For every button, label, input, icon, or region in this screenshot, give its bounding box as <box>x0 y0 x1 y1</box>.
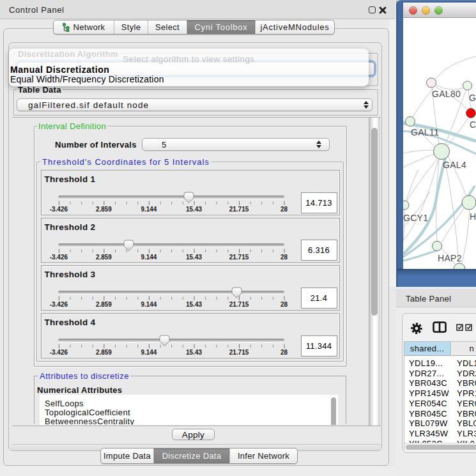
svg-text:GAL80: GAL80 <box>432 89 461 99</box>
svg-text:HAP2: HAP2 <box>438 253 462 263</box>
svg-text:GCY1: GCY1 <box>403 213 428 223</box>
svg-text:GAL11: GAL11 <box>411 127 439 137</box>
svg-text:GA: GA <box>469 93 476 103</box>
svg-text:GAL4: GAL4 <box>443 160 466 170</box>
svg-text:C: C <box>470 119 476 130</box>
svg-text:H: H <box>470 211 476 222</box>
